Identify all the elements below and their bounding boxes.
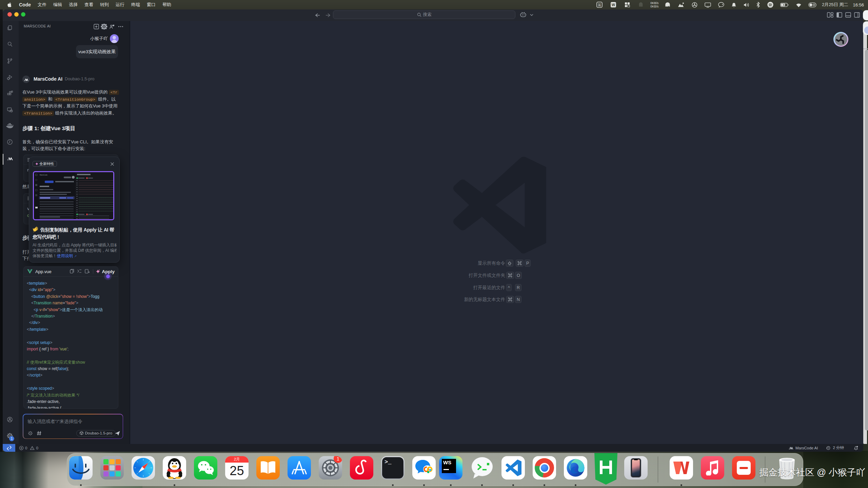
svg-text:W: W (612, 3, 615, 7)
svg-text:英: 英 (598, 3, 601, 7)
